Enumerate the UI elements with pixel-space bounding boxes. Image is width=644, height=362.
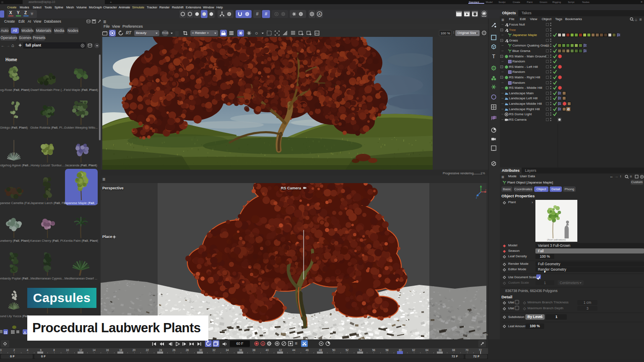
svg-text:PV: PV [315,32,319,35]
svg-text:x: x [485,189,486,191]
svg-text:A: A [318,12,321,16]
svg-text:z: z [476,197,477,199]
svg-text:T: T [492,54,496,59]
svg-text:A: A [262,342,264,346]
svg-text:(Acer palmatum): (Acer palmatum) [547,238,566,241]
